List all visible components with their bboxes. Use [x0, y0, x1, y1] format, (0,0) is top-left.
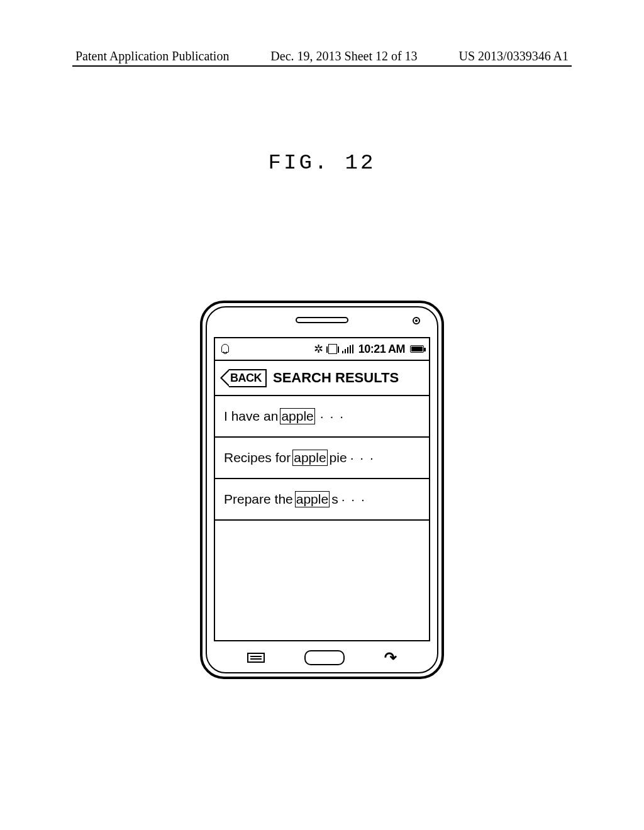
speaker-icon	[296, 317, 348, 323]
highlight-term: apple	[292, 450, 327, 466]
hardware-nav: ↶	[203, 649, 441, 667]
search-result-row[interactable]: Recipes for apple pie · · ·	[215, 438, 429, 479]
signal-icon	[342, 345, 353, 353]
back-hw-icon[interactable]: ↶	[384, 649, 397, 667]
home-button[interactable]	[304, 650, 345, 665]
ellipsis-icon: · · ·	[320, 409, 345, 424]
page-title: SEARCH RESULTS	[273, 370, 399, 386]
search-result-row[interactable]: I have an apple · · ·	[215, 396, 429, 438]
result-text-pre: I have an	[224, 409, 278, 424]
title-bar: BACK SEARCH RESULTS	[215, 361, 429, 396]
phone-screen: ✲ 10:21 AM BACK SEARCH RESULTS I have an…	[214, 337, 430, 641]
header-rule	[72, 65, 572, 67]
vibrate-icon	[328, 344, 337, 354]
page-header: Patent Application Publication Dec. 19, …	[0, 49, 644, 64]
ellipsis-icon: · · ·	[341, 492, 366, 507]
back-button[interactable]: BACK	[229, 369, 267, 387]
phone-device: ✲ 10:21 AM BACK SEARCH RESULTS I have an…	[200, 301, 444, 679]
menu-button-icon[interactable]	[247, 653, 265, 663]
header-date-sheet: Dec. 19, 2013 Sheet 12 of 13	[270, 49, 417, 64]
bluetooth-icon: ✲	[314, 343, 323, 355]
header-publication: Patent Application Publication	[75, 49, 229, 64]
search-result-row[interactable]: Prepare the apples · · ·	[215, 479, 429, 521]
header-pub-number: US 2013/0339346 A1	[459, 49, 569, 64]
result-text-post: s	[331, 492, 338, 507]
battery-icon	[410, 345, 424, 353]
camera-icon	[413, 317, 420, 324]
ellipsis-icon: · · ·	[350, 450, 375, 465]
result-text-post: pie	[330, 450, 347, 465]
result-text-pre: Recipes for	[224, 450, 291, 465]
clock-text: 10:21 AM	[358, 343, 405, 356]
highlight-term: apple	[295, 491, 330, 507]
highlight-term: apple	[280, 408, 314, 424]
result-text-pre: Prepare the	[224, 492, 293, 507]
figure-label: FIG. 12	[0, 151, 644, 175]
notification-icon	[220, 344, 229, 354]
status-bar: ✲ 10:21 AM	[215, 338, 429, 361]
